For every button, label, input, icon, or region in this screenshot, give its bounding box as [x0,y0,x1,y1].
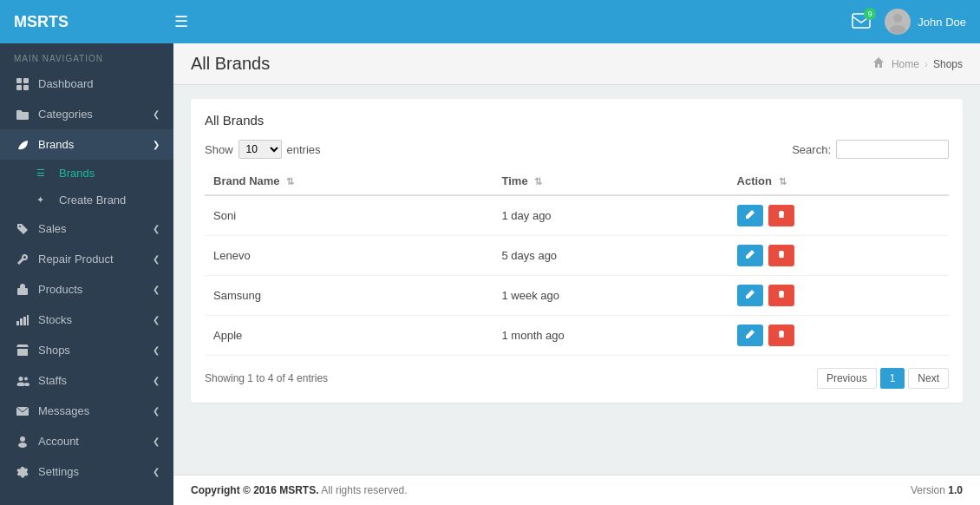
edit-button[interactable] [737,205,763,226]
table-row: Lenevo 5 days ago [205,236,949,276]
col-action: Action ⇅ [728,167,949,195]
svg-point-19 [20,436,25,442]
svg-rect-8 [17,288,28,295]
show-entries: Show 10 25 50 100 entries [205,140,321,159]
avatar [885,9,911,35]
breadcrumb-separator: › [924,58,928,70]
edit-button[interactable] [737,325,763,346]
edit-button[interactable] [737,285,763,306]
sidebar-item-staffs[interactable]: Staffs ❮ [0,365,173,396]
svg-point-14 [19,377,23,381]
breadcrumb-home[interactable]: Home [892,58,919,70]
chevron-right-icon: ❮ [153,406,160,416]
col-time[interactable]: Time ⇅ [493,167,728,195]
entries-select[interactable]: 10 25 50 100 [238,140,282,159]
col-brand-name[interactable]: Brand Name ⇅ [205,167,493,195]
sidebar-item-label: Account [38,435,79,448]
svg-rect-4 [23,78,29,83]
user-menu[interactable]: John Doe [885,9,966,35]
sidebar-item-label: Categories [38,108,93,121]
cell-time: 1 month ago [493,316,728,356]
list-icon: ☰ [36,167,52,179]
envelope-icon [14,407,31,416]
footer-version-number: 1.0 [948,484,963,496]
cell-brand-name: Samsung [205,276,493,316]
app-brand: MSRTS [14,13,174,31]
sidebar-item-products[interactable]: Products ❮ [0,274,173,305]
gear-icon [14,466,31,478]
sidebar-item-label: Sales [38,222,67,235]
sidebar-item-label: Stocks [38,313,72,326]
store-icon [14,344,31,357]
delete-button[interactable] [768,205,794,226]
topbar-right: 9 John Doe [852,9,966,35]
sidebar-item-stocks[interactable]: Stocks ❮ [0,305,173,335]
sidebar-item-settings[interactable]: Settings ❮ [0,456,173,487]
search-input[interactable] [836,140,949,159]
sidebar-sub-item-label: Create Brand [59,193,126,207]
sidebar-item-repair-product[interactable]: Repair Product ❮ [0,244,173,274]
sidebar-section-label: MAIN NAVIGATION [0,43,173,69]
table-footer: Showing 1 to 4 of 4 entries Previous 1 N… [205,368,949,389]
sidebar-item-label: Settings [38,465,79,478]
search-label: Search: [792,143,831,156]
sidebar: MAIN NAVIGATION Dashboard Categories ❮ [0,43,173,505]
previous-button[interactable]: Previous [817,368,877,389]
sidebar-item-account[interactable]: Account ❮ [0,426,173,456]
chevron-right-icon: ❮ [153,467,160,476]
breadcrumb-current: Shops [933,58,963,70]
footer-brand: Copyright © 2016 MSRTS. [191,484,319,496]
edit-button[interactable] [737,245,763,266]
chevron-right-icon: ❮ [153,224,160,233]
home-icon [872,56,885,71]
svg-rect-5 [16,85,22,90]
wrench-icon [14,253,31,266]
cell-brand-name: Apple [205,316,493,356]
svg-rect-10 [20,318,23,325]
cell-brand-name: Lenevo [205,236,493,276]
svg-point-1 [893,14,902,23]
svg-point-2 [890,25,905,34]
delete-button[interactable] [768,285,794,306]
tag-icon [14,223,31,235]
mail-icon[interactable]: 9 [852,13,871,31]
brands-card: All Brands Show 10 25 50 100 entries [191,99,963,403]
delete-button[interactable] [768,325,794,346]
table-row: Soni 1 day ago [205,195,949,236]
show-label: Show [205,143,233,156]
cell-action [728,236,949,276]
pagination-info: Showing 1 to 4 of 4 entries [205,372,328,384]
sidebar-item-sales[interactable]: Sales ❮ [0,213,173,244]
sidebar-item-label: Messages [38,404,89,417]
table-controls: Show 10 25 50 100 entries Search: [205,140,949,159]
page-1-button[interactable]: 1 [880,368,905,389]
sidebar-item-brands[interactable]: Brands ❯ [0,129,173,160]
footer-version: Version 1.0 [911,484,963,496]
sidebar-sub-item-create-brand[interactable]: ✦ Create Brand [0,187,173,213]
chevron-right-icon: ❮ [153,436,160,446]
mail-badge: 9 [864,8,876,20]
box-icon [14,284,31,296]
layout: MAIN NAVIGATION Dashboard Categories ❮ [0,43,980,505]
delete-button[interactable] [768,245,794,266]
footer-rights: All rights reserved. [321,484,407,496]
topbar: MSRTS ☰ 9 John Doe [0,0,980,43]
plus-icon: ✦ [36,194,52,206]
chevron-right-icon: ❮ [153,254,160,264]
sidebar-toggle-button[interactable]: ☰ [174,12,188,31]
sidebar-sub-item-label: Brands [59,167,95,180]
next-button[interactable]: Next [908,368,949,389]
sidebar-item-label: Staffs [38,374,67,387]
sidebar-sub-item-brands[interactable]: ☰ Brands [0,160,173,187]
main-content: All Brands Home › Shops All Brands S [173,43,980,505]
sidebar-item-categories[interactable]: Categories ❮ [0,99,173,129]
sidebar-item-shops[interactable]: Shops ❮ [0,335,173,365]
footer: Copyright © 2016 MSRTS. All rights reser… [173,475,980,505]
sidebar-item-messages[interactable]: Messages ❮ [0,396,173,426]
sidebar-item-dashboard[interactable]: Dashboard [0,69,173,99]
chevron-right-icon: ❮ [153,345,160,355]
chevron-right-icon: ❮ [153,315,160,325]
cell-time: 5 days ago [493,236,728,276]
svg-point-7 [19,226,21,227]
cell-time: 1 week ago [493,276,728,316]
